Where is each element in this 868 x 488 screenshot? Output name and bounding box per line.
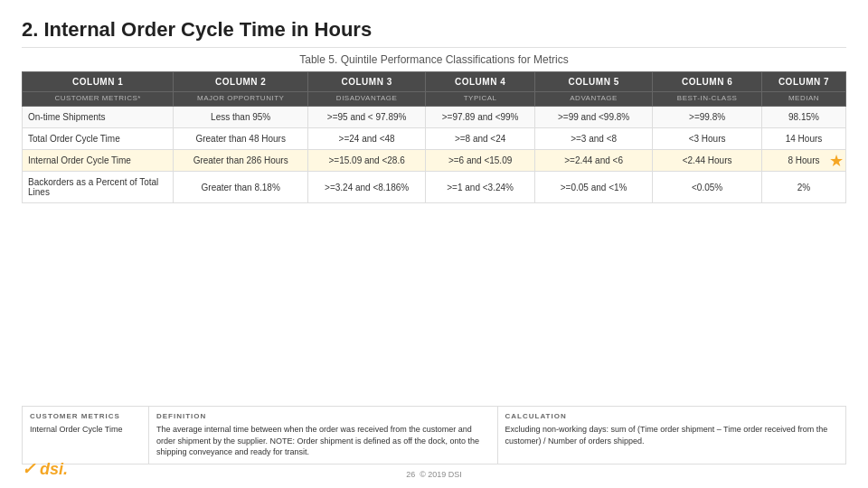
footer-page: 26 © 2019 DSI <box>406 470 462 479</box>
bottom-section: CUSTOMER METRICS Internal Order Cycle Ti… <box>22 406 846 465</box>
col2-header: COLUMN 2 <box>174 72 308 92</box>
cell-r2-c1: Greater than 286 Hours <box>174 150 308 172</box>
col3-subheader: DISADVANTAGE <box>308 92 426 107</box>
col6-header: COLUMN 6 <box>653 72 762 92</box>
star-icon: ★ <box>829 151 844 171</box>
cell-r3-c1: Greater than 8.18% <box>174 172 308 203</box>
col4-subheader: TYPICAL <box>426 92 535 107</box>
col4-header: COLUMN 4 <box>426 72 535 92</box>
cell-r2-c0: Internal Order Cycle Time <box>23 150 174 172</box>
table-row: On-time ShipmentsLess than 95%>=95 and <… <box>23 107 846 128</box>
col6-subheader: BEST-IN-CLASS <box>653 92 762 107</box>
col3-header: COLUMN 3 <box>308 72 426 92</box>
cell-r0-c1: Less than 95% <box>174 107 308 128</box>
cell-r2-c3: >=6 and <15.09 <box>426 150 535 172</box>
cell-r2-c2: >=15.09 and <28.6 <box>308 150 426 172</box>
table-header-row: COLUMN 1 COLUMN 2 COLUMN 3 COLUMN 4 COLU… <box>23 72 846 92</box>
cell-r0-c5: >=99.8% <box>653 107 762 128</box>
cell-r0-c3: >=97.89 and <99% <box>426 107 535 128</box>
divider <box>22 47 846 48</box>
cell-r1-c2: >=24 and <48 <box>308 128 426 150</box>
bottom-definition-col: DEFINITION The average internal time bet… <box>149 407 498 464</box>
table-row: Internal Order Cycle TimeGreater than 28… <box>23 150 846 172</box>
cell-r3-c0: Backorders as a Percent of Total Lines <box>23 172 174 203</box>
cell-r2-c4: >=2.44 and <6 <box>535 150 653 172</box>
bottom-definition-header: DEFINITION <box>156 412 490 420</box>
col5-subheader: ADVANTAGE <box>535 92 653 107</box>
metrics-table: COLUMN 1 COLUMN 2 COLUMN 3 COLUMN 4 COLU… <box>22 71 846 203</box>
cell-r3-c2: >=3.24 and <8.186% <box>308 172 426 203</box>
col2-subheader: MAJOR OPPORTUNITY <box>174 92 308 107</box>
table-body: On-time ShipmentsLess than 95%>=95 and <… <box>23 107 846 203</box>
cell-r0-c6: 98.15% <box>762 107 846 128</box>
cell-r1-c5: <3 Hours <box>653 128 762 150</box>
cell-r0-c4: >=99 and <99.8% <box>535 107 653 128</box>
cell-r1-c1: Greater than 48 Hours <box>174 128 308 150</box>
cell-r3-c5: <0.05% <box>653 172 762 203</box>
cell-r2-c6: 8 Hours★ <box>762 150 846 172</box>
footer: ✓︎ dsi. 26 © 2019 DSI <box>22 470 846 479</box>
bottom-calculation-value: Excluding non-working days: sum of (Time… <box>505 424 839 446</box>
col7-subheader: MEDIAN <box>762 92 846 107</box>
col5-header: COLUMN 5 <box>535 72 653 92</box>
bottom-metrics-header: CUSTOMER METRICS <box>30 412 141 420</box>
cell-r1-c3: >=8 and <24 <box>426 128 535 150</box>
cell-r0-c2: >=95 and < 97.89% <box>308 107 426 128</box>
cell-r3-c6: 2% <box>762 172 846 203</box>
col1-subheader: CUSTOMER METRICS* <box>23 92 174 107</box>
dsi-logo-text: ✓︎ dsi. <box>22 459 68 479</box>
table-title: Table 5. Quintile Performance Classifica… <box>22 53 846 66</box>
cell-r1-c0: Total Order Cycle Time <box>23 128 174 150</box>
cell-r3-c3: >=1 and <3.24% <box>426 172 535 203</box>
bottom-calculation-col: CALCULATION Excluding non-working days: … <box>498 407 846 464</box>
dsi-logo: ✓︎ dsi. <box>22 459 68 479</box>
cell-r2-c5: <2.44 Hours <box>653 150 762 172</box>
page-title: 2. Internal Order Cycle Time in Hours <box>22 18 846 42</box>
cell-r0-c0: On-time Shipments <box>23 107 174 128</box>
col1-header: COLUMN 1 <box>23 72 174 92</box>
table-subheader-row: CUSTOMER METRICS* MAJOR OPPORTUNITY DISA… <box>23 92 846 107</box>
table-row: Total Order Cycle TimeGreater than 48 Ho… <box>23 128 846 150</box>
col7-header: COLUMN 7 <box>762 72 846 92</box>
cell-r1-c4: >=3 and <8 <box>535 128 653 150</box>
bottom-definition-value: The average internal time between when t… <box>156 424 490 458</box>
cell-r1-c6: 14 Hours <box>762 128 846 150</box>
table-row: Backorders as a Percent of Total LinesGr… <box>23 172 846 203</box>
bottom-metrics-value: Internal Order Cycle Time <box>30 424 141 436</box>
bottom-calculation-header: CALCULATION <box>505 412 839 420</box>
page-container: 2. Internal Order Cycle Time in Hours Ta… <box>0 0 868 488</box>
cell-r3-c4: >=0.05 and <1% <box>535 172 653 203</box>
bottom-metrics-col: CUSTOMER METRICS Internal Order Cycle Ti… <box>23 407 149 464</box>
